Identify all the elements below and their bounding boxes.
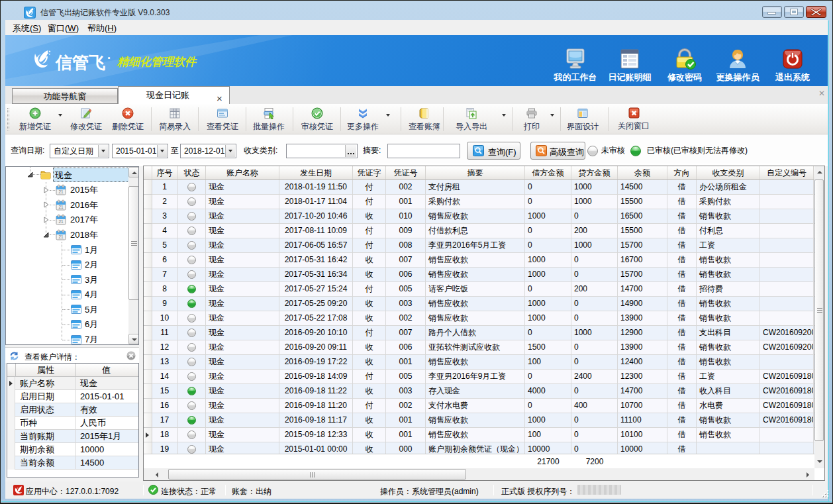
- svg-text:21: 21: [58, 189, 64, 194]
- svg-text:21: 21: [58, 234, 64, 239]
- svg-text:21: 21: [58, 205, 64, 209]
- svg-text:21: 21: [58, 219, 64, 224]
